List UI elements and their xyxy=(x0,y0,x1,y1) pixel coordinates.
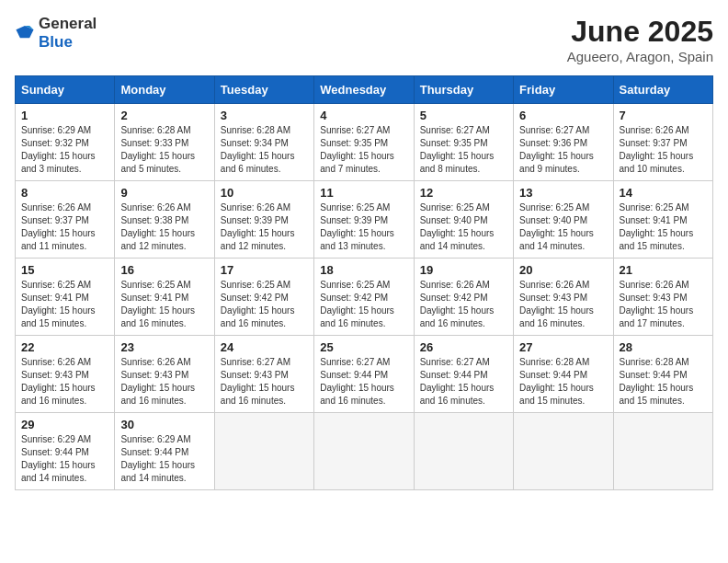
table-row: 17 Sunrise: 6:25 AM Sunset: 9:42 PM Dayl… xyxy=(214,259,313,336)
day-info: Sunrise: 6:29 AM Sunset: 9:32 PM Dayligh… xyxy=(21,124,108,176)
day-number: 13 xyxy=(519,186,607,200)
table-row: 6 Sunrise: 6:27 AM Sunset: 9:36 PM Dayli… xyxy=(514,104,613,181)
table-row: 10 Sunrise: 6:26 AM Sunset: 9:39 PM Dayl… xyxy=(214,181,313,259)
page-header: General Blue June 2025 Agueero, Aragon, … xyxy=(15,15,713,64)
month-title: June 2025 xyxy=(567,15,713,49)
empty-cell xyxy=(414,413,513,490)
day-number: 10 xyxy=(221,186,308,200)
day-info: Sunrise: 6:25 AM Sunset: 9:41 PM Dayligh… xyxy=(21,279,108,330)
day-number: 25 xyxy=(320,340,407,354)
day-info: Sunrise: 6:25 AM Sunset: 9:40 PM Dayligh… xyxy=(519,201,607,253)
day-number: 17 xyxy=(221,263,308,277)
day-info: Sunrise: 6:25 AM Sunset: 9:41 PM Dayligh… xyxy=(120,279,208,330)
day-info: Sunrise: 6:27 AM Sunset: 9:36 PM Dayligh… xyxy=(519,124,607,176)
day-info: Sunrise: 6:28 AM Sunset: 9:44 PM Dayligh… xyxy=(519,356,607,408)
table-row: 15 Sunrise: 6:25 AM Sunset: 9:41 PM Dayl… xyxy=(16,259,115,336)
col-wednesday: Wednesday xyxy=(314,76,414,104)
table-row: 29 Sunrise: 6:29 AM Sunset: 9:44 PM Dayl… xyxy=(16,413,115,490)
day-number: 9 xyxy=(120,186,208,200)
day-info: Sunrise: 6:28 AM Sunset: 9:34 PM Dayligh… xyxy=(221,124,308,176)
day-number: 24 xyxy=(221,340,308,354)
col-sunday: Sunday xyxy=(16,76,115,104)
calendar-week-row: 1 Sunrise: 6:29 AM Sunset: 9:32 PM Dayli… xyxy=(16,104,713,181)
day-info: Sunrise: 6:26 AM Sunset: 9:39 PM Dayligh… xyxy=(221,201,308,253)
day-number: 14 xyxy=(620,186,707,200)
empty-cell xyxy=(514,413,613,490)
day-info: Sunrise: 6:27 AM Sunset: 9:43 PM Dayligh… xyxy=(221,356,308,408)
col-tuesday: Tuesday xyxy=(214,76,313,104)
day-info: Sunrise: 6:25 AM Sunset: 9:39 PM Dayligh… xyxy=(320,201,407,253)
location-subtitle: Agueero, Aragon, Spain xyxy=(567,49,713,64)
day-info: Sunrise: 6:26 AM Sunset: 9:42 PM Dayligh… xyxy=(420,279,507,330)
table-row: 25 Sunrise: 6:27 AM Sunset: 9:44 PM Dayl… xyxy=(314,336,414,413)
calendar-table: Sunday Monday Tuesday Wednesday Thursday… xyxy=(15,75,713,490)
day-number: 21 xyxy=(620,263,707,277)
col-thursday: Thursday xyxy=(414,76,513,104)
empty-cell xyxy=(214,413,313,490)
table-row: 3 Sunrise: 6:28 AM Sunset: 9:34 PM Dayli… xyxy=(214,104,313,181)
table-row: 26 Sunrise: 6:27 AM Sunset: 9:44 PM Dayl… xyxy=(414,336,513,413)
day-number: 3 xyxy=(221,109,308,122)
day-number: 18 xyxy=(320,263,407,277)
table-row: 27 Sunrise: 6:28 AM Sunset: 9:44 PM Dayl… xyxy=(514,336,613,413)
table-row: 28 Sunrise: 6:28 AM Sunset: 9:44 PM Dayl… xyxy=(613,336,712,413)
table-row: 11 Sunrise: 6:25 AM Sunset: 9:39 PM Dayl… xyxy=(314,181,414,259)
table-row: 18 Sunrise: 6:25 AM Sunset: 9:42 PM Dayl… xyxy=(314,259,414,336)
empty-cell xyxy=(314,413,414,490)
day-info: Sunrise: 6:27 AM Sunset: 9:35 PM Dayligh… xyxy=(320,124,407,176)
day-info: Sunrise: 6:26 AM Sunset: 9:38 PM Dayligh… xyxy=(120,201,208,253)
calendar-week-row: 29 Sunrise: 6:29 AM Sunset: 9:44 PM Dayl… xyxy=(16,413,713,490)
logo-text: General Blue xyxy=(39,15,97,52)
day-info: Sunrise: 6:25 AM Sunset: 9:40 PM Dayligh… xyxy=(420,201,507,253)
table-row: 14 Sunrise: 6:25 AM Sunset: 9:41 PM Dayl… xyxy=(613,181,712,259)
day-number: 5 xyxy=(420,109,507,122)
logo-icon xyxy=(15,23,35,43)
calendar-week-row: 22 Sunrise: 6:26 AM Sunset: 9:43 PM Dayl… xyxy=(16,336,713,413)
day-number: 29 xyxy=(21,418,108,431)
empty-cell xyxy=(613,413,712,490)
day-info: Sunrise: 6:27 AM Sunset: 9:44 PM Dayligh… xyxy=(320,356,407,408)
day-info: Sunrise: 6:26 AM Sunset: 9:43 PM Dayligh… xyxy=(519,279,607,330)
day-info: Sunrise: 6:29 AM Sunset: 9:44 PM Dayligh… xyxy=(21,433,108,485)
day-number: 2 xyxy=(120,109,208,122)
table-row: 22 Sunrise: 6:26 AM Sunset: 9:43 PM Dayl… xyxy=(16,336,115,413)
table-row: 8 Sunrise: 6:26 AM Sunset: 9:37 PM Dayli… xyxy=(16,181,115,259)
day-info: Sunrise: 6:25 AM Sunset: 9:41 PM Dayligh… xyxy=(620,201,707,253)
table-row: 9 Sunrise: 6:26 AM Sunset: 9:38 PM Dayli… xyxy=(115,181,214,259)
day-info: Sunrise: 6:26 AM Sunset: 9:43 PM Dayligh… xyxy=(620,279,707,330)
day-number: 27 xyxy=(519,340,607,354)
table-row: 13 Sunrise: 6:25 AM Sunset: 9:40 PM Dayl… xyxy=(514,181,613,259)
day-info: Sunrise: 6:27 AM Sunset: 9:44 PM Dayligh… xyxy=(420,356,507,408)
title-block: June 2025 Agueero, Aragon, Spain xyxy=(567,15,713,64)
table-row: 1 Sunrise: 6:29 AM Sunset: 9:32 PM Dayli… xyxy=(16,104,115,181)
table-row: 5 Sunrise: 6:27 AM Sunset: 9:35 PM Dayli… xyxy=(414,104,513,181)
day-number: 6 xyxy=(519,109,607,122)
day-info: Sunrise: 6:26 AM Sunset: 9:37 PM Dayligh… xyxy=(21,201,108,253)
day-info: Sunrise: 6:26 AM Sunset: 9:43 PM Dayligh… xyxy=(120,356,208,408)
table-row: 2 Sunrise: 6:28 AM Sunset: 9:33 PM Dayli… xyxy=(115,104,214,181)
day-info: Sunrise: 6:28 AM Sunset: 9:33 PM Dayligh… xyxy=(120,124,208,176)
day-info: Sunrise: 6:26 AM Sunset: 9:37 PM Dayligh… xyxy=(620,124,707,176)
day-number: 16 xyxy=(120,263,208,277)
logo-blue: Blue xyxy=(39,33,73,51)
table-row: 21 Sunrise: 6:26 AM Sunset: 9:43 PM Dayl… xyxy=(613,259,712,336)
table-row: 16 Sunrise: 6:25 AM Sunset: 9:41 PM Dayl… xyxy=(115,259,214,336)
table-row: 4 Sunrise: 6:27 AM Sunset: 9:35 PM Dayli… xyxy=(314,104,414,181)
table-row: 19 Sunrise: 6:26 AM Sunset: 9:42 PM Dayl… xyxy=(414,259,513,336)
col-monday: Monday xyxy=(115,76,214,104)
day-number: 1 xyxy=(21,109,108,122)
table-row: 20 Sunrise: 6:26 AM Sunset: 9:43 PM Dayl… xyxy=(514,259,613,336)
calendar-week-row: 15 Sunrise: 6:25 AM Sunset: 9:41 PM Dayl… xyxy=(16,259,713,336)
day-info: Sunrise: 6:25 AM Sunset: 9:42 PM Dayligh… xyxy=(221,279,308,330)
day-info: Sunrise: 6:25 AM Sunset: 9:42 PM Dayligh… xyxy=(320,279,407,330)
col-saturday: Saturday xyxy=(613,76,712,104)
day-number: 8 xyxy=(21,186,108,200)
calendar-week-row: 8 Sunrise: 6:26 AM Sunset: 9:37 PM Dayli… xyxy=(16,181,713,259)
day-number: 19 xyxy=(420,263,507,277)
day-number: 30 xyxy=(120,418,208,431)
day-number: 23 xyxy=(120,340,208,354)
table-row: 12 Sunrise: 6:25 AM Sunset: 9:40 PM Dayl… xyxy=(414,181,513,259)
day-number: 7 xyxy=(620,109,707,122)
day-info: Sunrise: 6:29 AM Sunset: 9:44 PM Dayligh… xyxy=(120,433,208,485)
day-number: 11 xyxy=(320,186,407,200)
